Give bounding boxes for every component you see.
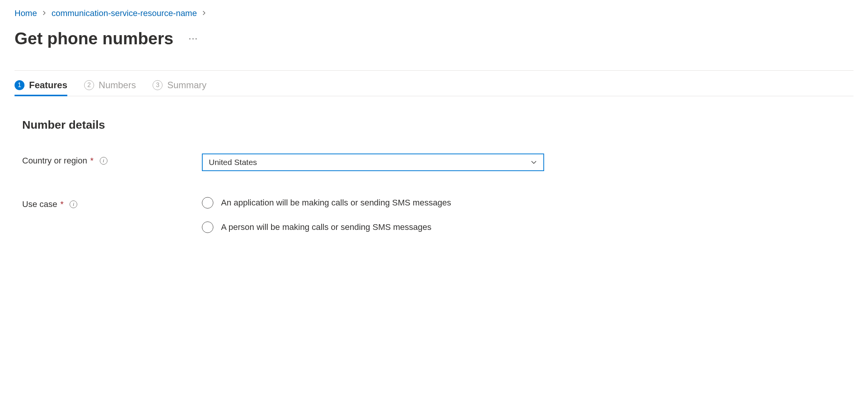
info-icon[interactable]: i [100,157,107,165]
section-title: Number details [22,118,853,131]
radio-icon [202,197,213,209]
country-label-col: Country or region * i [22,154,202,166]
page-title: Get phone numbers [15,29,174,48]
page-header: Get phone numbers ··· [15,29,853,48]
breadcrumb-resource[interactable]: communication-service-resource-name [52,8,197,18]
country-selected-value: United States [209,158,257,167]
usecase-radio-group: An application will be making calls or s… [202,197,451,233]
tab-step-badge: 1 [15,80,24,90]
divider [15,70,853,71]
tab-step-badge: 3 [153,80,163,90]
tab-step-badge: 2 [84,80,94,90]
wizard-tabs: 1 Features 2 Numbers 3 Summary [15,80,853,96]
country-label: Country or region [22,156,87,166]
radio-label: An application will be making calls or s… [221,198,451,208]
breadcrumb: Home communication-service-resource-name [15,8,853,18]
usecase-option-application[interactable]: An application will be making calls or s… [202,197,451,209]
usecase-row: Use case * i An application will be maki… [22,197,853,233]
usecase-label: Use case [22,199,57,209]
country-select[interactable]: United States [202,154,544,171]
radio-label: A person will be making calls or sending… [221,222,431,232]
tab-numbers[interactable]: 2 Numbers [84,80,136,96]
usecase-label-col: Use case * i [22,197,202,209]
required-indicator: * [90,156,94,166]
info-icon[interactable]: i [70,200,77,208]
chevron-right-icon [42,10,46,18]
country-row: Country or region * i United States [22,154,853,171]
number-details-section: Number details Country or region * i Uni… [15,96,853,233]
tab-label: Numbers [99,80,136,91]
tab-label: Summary [167,80,206,91]
tab-summary[interactable]: 3 Summary [153,80,206,96]
required-indicator: * [60,199,64,209]
breadcrumb-home[interactable]: Home [15,8,37,18]
radio-icon [202,222,213,233]
tab-features[interactable]: 1 Features [15,80,67,96]
tab-label: Features [29,80,67,91]
chevron-down-icon [530,159,537,166]
more-actions-button[interactable]: ··· [189,34,198,44]
usecase-option-person[interactable]: A person will be making calls or sending… [202,222,451,233]
chevron-right-icon [202,10,206,18]
